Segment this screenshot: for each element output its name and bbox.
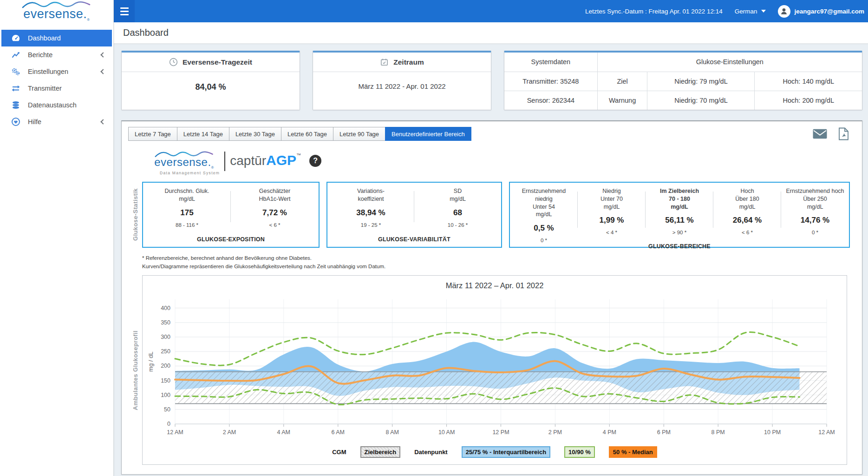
stat-avg-glucose: Durchschn. Gluk. mg/dL 175 88 - 116 * bbox=[143, 187, 231, 236]
stat-in-range: Im Zielbereich 70 - 180 mg/dL 56,11 % > … bbox=[646, 187, 713, 244]
chart-legend: CGM Zielbereich Datenpunkt 25/75 % - Int… bbox=[146, 446, 843, 458]
content: Eversense-Tragezeit 84,04 % Zeitraum Mär… bbox=[114, 44, 868, 476]
legend-datapoint: Datenpunkt bbox=[414, 447, 448, 457]
target-high-cell: Hoch: 140 mg/dL bbox=[755, 72, 862, 91]
glucose-variability-box: Variations- koeffizient 38,94 % 19 - 25 … bbox=[326, 182, 502, 248]
sensor-cell: Sensor: 262344 bbox=[504, 91, 597, 110]
tab-benutzerdefinierter-bereich[interactable]: Benutzerdefinierter Bereich bbox=[385, 127, 471, 141]
svg-text:8 PM: 8 PM bbox=[711, 429, 725, 436]
sidebar-item-einstellungen[interactable]: Einstellungen bbox=[0, 63, 113, 80]
svg-text:0: 0 bbox=[167, 421, 170, 427]
sidebar-item-label: Hilfe bbox=[28, 118, 101, 126]
svg-text:50: 50 bbox=[164, 406, 170, 413]
svg-text:8 AM: 8 AM bbox=[385, 429, 399, 436]
app-root: eversense.® Dashboard Berichte Einstellu… bbox=[0, 0, 868, 476]
agp-panel: Letzte 7 Tage Letzte 14 Tage Letzte 30 T… bbox=[121, 120, 862, 475]
language-selector[interactable]: German bbox=[735, 8, 766, 15]
trademark: ™ bbox=[296, 152, 301, 158]
target-label-cell: Ziel bbox=[597, 72, 647, 91]
alert-high-cell: Hoch: 200 mg/dL bbox=[755, 91, 862, 110]
tab-letzte-7-tage[interactable]: Letzte 7 Tage bbox=[128, 127, 177, 141]
captur-agp-logo: eversense.® Data Management System captū… bbox=[149, 150, 855, 175]
user-email: jeangarc97@gmail.com bbox=[795, 8, 864, 15]
legend-decile: 10/90 % bbox=[564, 446, 595, 458]
glucose-exposure-box: Durchschn. Gluk. mg/dL 175 88 - 116 * Ge… bbox=[142, 182, 320, 248]
sidebar-item-label: Berichte bbox=[28, 51, 101, 59]
sidebar: eversense.® Dashboard Berichte Einstellu… bbox=[0, 0, 114, 476]
system-table: Systemdaten Glukose-Einstellungen Transm… bbox=[504, 53, 862, 110]
eversense-logo: eversense.® bbox=[0, 0, 113, 22]
account-menu[interactable]: jeangarc97@gmail.com bbox=[778, 5, 864, 18]
brand-tagline: Data Management System bbox=[149, 171, 220, 175]
sidebar-item-dashboard[interactable]: Dashboard bbox=[1, 30, 112, 46]
sidebar-item-berichte[interactable]: Berichte bbox=[0, 46, 113, 63]
chevron-left-icon bbox=[100, 69, 105, 74]
sidebar-item-hilfe[interactable]: Hilfe bbox=[0, 113, 113, 130]
agp-label: AGP bbox=[266, 152, 296, 168]
sidebar-item-label: Transmitter bbox=[28, 85, 107, 92]
heart-circle-icon bbox=[11, 117, 20, 126]
glucose-settings-header: Glukose-Einstellungen bbox=[597, 53, 862, 72]
alert-low-cell: Niedrig: 70 mg/dL bbox=[647, 91, 755, 110]
legend-cgm: CGM bbox=[332, 447, 346, 457]
wear-time-title: Eversense-Tragezeit bbox=[183, 58, 252, 66]
alert-label-cell: Warnung bbox=[597, 91, 647, 110]
sidebar-item-transmitter[interactable]: Transmitter bbox=[0, 80, 113, 97]
transfer-arrows-icon bbox=[11, 84, 20, 93]
tab-letzte-30-tage[interactable]: Letzte 30 Tage bbox=[229, 127, 281, 141]
pdf-export-icon[interactable] bbox=[838, 127, 849, 140]
svg-text:400: 400 bbox=[161, 305, 170, 311]
stat-very-high: Ernstzunehmend hoch Über 250 mg/dL 14,76… bbox=[781, 187, 849, 244]
svg-text:100: 100 bbox=[161, 392, 170, 398]
gauge-icon bbox=[11, 33, 20, 43]
database-icon bbox=[11, 100, 20, 110]
stat-sd: SD mg/dL 68 10 - 26 * bbox=[414, 187, 501, 236]
email-icon[interactable] bbox=[813, 129, 827, 139]
table-row: Transmitter: 35248 Ziel Niedrig: 79 mg/d… bbox=[504, 72, 862, 91]
period-tabs-row: Letzte 7 Tage Letzte 14 Tage Letzte 30 T… bbox=[128, 127, 855, 141]
logo-divider bbox=[224, 152, 225, 171]
period-tabs: Letzte 7 Tage Letzte 14 Tage Letzte 30 T… bbox=[128, 127, 471, 141]
chart-title: März 11 2022 – Apr. 01 2022 bbox=[146, 281, 843, 290]
stat-very-low: Ernstzunehmend niedrig Unter 54 mg/dL 0,… bbox=[510, 187, 578, 244]
stat-low: Niedrig Unter 70 mg/dL 1,99 % < 4 * bbox=[578, 187, 646, 244]
glucose-statistics-label: Glukose-Statistik bbox=[132, 188, 139, 241]
agp-chart: 12 AM2 AM4 AM6 AM8 AM10 AM12 PM2 PM4 PM6… bbox=[146, 293, 843, 441]
tab-letzte-60-tage[interactable]: Letzte 60 Tage bbox=[281, 127, 333, 141]
target-low-cell: Niedrig: 79 mg/dL bbox=[647, 72, 755, 91]
svg-text:4 PM: 4 PM bbox=[603, 429, 616, 436]
sidebar-item-label: Datenaustausch bbox=[28, 101, 107, 109]
calendar-icon bbox=[380, 58, 389, 66]
agp-section-label: Ambulantes Glukoseprofil bbox=[132, 331, 139, 410]
date-range-title: Zeitraum bbox=[393, 58, 424, 66]
svg-text:6 PM: 6 PM bbox=[657, 429, 671, 436]
help-button[interactable]: ? bbox=[309, 155, 321, 167]
tab-letzte-90-tage[interactable]: Letzte 90 Tage bbox=[333, 127, 385, 141]
wear-time-value: 84,04 % bbox=[195, 82, 226, 92]
hamburger-menu-button[interactable] bbox=[114, 0, 135, 22]
brand-wordmark: eversense.® bbox=[154, 156, 214, 168]
date-range-value: März 11 2022 - Apr. 01 2022 bbox=[358, 82, 445, 90]
summary-cards: Eversense-Tragezeit 84,04 % Zeitraum Mär… bbox=[121, 51, 862, 110]
page-title: Dashboard bbox=[123, 27, 169, 38]
last-sync-label: Letztes Sync.-Datum : Freitag Apr. 01 20… bbox=[585, 8, 723, 15]
table-row: Sensor: 262344 Warnung Niedrig: 70 mg/dL… bbox=[504, 91, 862, 110]
svg-text:350: 350 bbox=[161, 319, 170, 326]
avatar bbox=[778, 5, 790, 18]
glucose-variability-footer: GLUKOSE-VARIABILITÄT bbox=[327, 236, 501, 247]
glucose-ranges-footer: GLUKOSE-BEREICHE bbox=[510, 243, 849, 254]
svg-text:200: 200 bbox=[161, 363, 170, 370]
person-icon bbox=[780, 7, 788, 15]
gears-icon bbox=[11, 67, 20, 76]
tab-letzte-14-tage[interactable]: Letzte 14 Tage bbox=[177, 127, 229, 141]
agp-chart-card: März 11 2022 – Apr. 01 2022 12 AM2 AM4 A… bbox=[142, 275, 847, 465]
clock-icon bbox=[169, 58, 178, 66]
reference-footnote: * Referenzbereiche, berechnet anhand der… bbox=[142, 254, 855, 271]
sidebar-item-datenaustausch[interactable]: Datenaustausch bbox=[0, 97, 113, 113]
legend-interquartile: 25/75 % - Interquartilbereich bbox=[462, 446, 550, 458]
svg-text:6 AM: 6 AM bbox=[332, 429, 345, 436]
svg-text:12 AM: 12 AM bbox=[818, 429, 835, 436]
stat-cv: Variations- koeffizient 38,94 % 19 - 25 … bbox=[327, 187, 414, 236]
legend-median: 50 % - Median bbox=[609, 446, 657, 458]
system-table-header: Systemdaten bbox=[504, 53, 597, 72]
